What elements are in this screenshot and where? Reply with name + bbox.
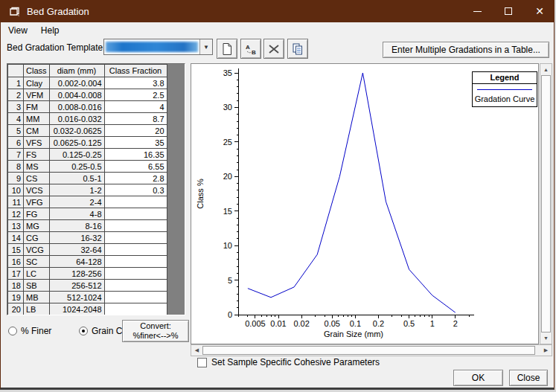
diam-cell[interactable]: 0.016-0.032 — [49, 113, 104, 125]
class-cell[interactable]: CS — [24, 173, 50, 184]
diam-cell[interactable]: 0.0625-0.125 — [49, 137, 104, 149]
class-cell[interactable]: LB — [24, 303, 50, 315]
maximize-button[interactable] — [493, 0, 524, 22]
scroll-left-button[interactable]: ◀ — [191, 345, 202, 356]
fraction-cell[interactable]: 2.8 — [104, 173, 167, 184]
close-button[interactable]: Close — [509, 370, 548, 386]
class-cell[interactable]: VCG — [24, 244, 50, 256]
chart-vertical-scrollbar[interactable]: ▲ ▼ — [540, 63, 552, 344]
class-cell[interactable]: FG — [24, 208, 50, 220]
new-template-button[interactable] — [217, 39, 237, 59]
class-cell[interactable]: VFM — [24, 89, 50, 101]
diam-cell[interactable]: 256-512 — [49, 280, 104, 292]
fraction-cell[interactable]: 20 — [104, 125, 167, 137]
gradation-mode-group: % Finer Grain Class % Convert: %finer<--… — [7, 320, 189, 342]
class-cell[interactable]: Clay — [24, 77, 50, 89]
table-row: 1Clay0.002-0.0043.8 — [8, 77, 167, 89]
fraction-cell[interactable]: 0.3 — [104, 184, 167, 196]
fraction-cell[interactable] — [104, 220, 167, 232]
class-cell[interactable]: VFS — [24, 137, 50, 149]
menu-view[interactable]: View — [2, 23, 33, 38]
dropdown-arrow-button[interactable]: ▼ — [199, 39, 212, 54]
cohesive-parameters-label: Set Sample Specific Cohesive Parameters — [211, 357, 380, 367]
diam-cell[interactable]: 32-64 — [49, 244, 104, 256]
diam-cell[interactable]: 0.25-0.5 — [49, 161, 104, 173]
fraction-cell[interactable] — [104, 256, 167, 268]
rename-template-button[interactable]: A B — [240, 39, 261, 59]
fraction-cell[interactable] — [104, 268, 167, 280]
diam-cell[interactable]: 16-32 — [49, 232, 104, 244]
class-cell[interactable]: LC — [24, 268, 50, 280]
chart-horizontal-scrollbar[interactable]: ◀ ▶ — [191, 344, 552, 356]
diam-cell[interactable]: 0.004-0.008 — [49, 89, 104, 101]
vertical-scroll-thumb[interactable] — [541, 75, 551, 332]
diam-cell[interactable]: 512-1024 — [49, 292, 104, 303]
fraction-cell[interactable] — [104, 292, 167, 303]
cohesive-parameters-checkbox[interactable] — [197, 358, 207, 367]
menu-help[interactable]: Help — [35, 23, 65, 38]
legend-entry: Gradation Curve — [473, 94, 537, 106]
diam-cell[interactable]: 8-16 — [49, 220, 104, 232]
class-cell[interactable]: VCS — [24, 184, 50, 196]
fraction-cell[interactable] — [104, 280, 167, 292]
convert-button[interactable]: Convert: %finer<-->% — [122, 320, 189, 342]
class-cell[interactable]: SB — [24, 280, 50, 292]
diam-cell[interactable]: 0.008-0.016 — [49, 101, 104, 113]
radio-circle-grain-class[interactable] — [79, 327, 88, 335]
fraction-cell[interactable]: 6.55 — [104, 161, 167, 173]
radio-percent-finer[interactable]: % Finer — [8, 326, 51, 336]
table-row: 16SC64-128 — [8, 256, 167, 268]
bed-gradation-dialog: Bed Gradation ✕ View Help Bed Gradation … — [0, 0, 555, 390]
class-cell[interactable]: MG — [24, 220, 50, 232]
row-number-cell: 18 — [8, 280, 24, 292]
fraction-cell[interactable] — [104, 208, 167, 220]
class-cell[interactable]: SC — [24, 256, 50, 268]
ok-button[interactable]: OK — [453, 370, 503, 386]
svg-text:0.1: 0.1 — [350, 319, 361, 328]
fraction-cell[interactable]: 2.5 — [104, 89, 167, 101]
copy-template-button[interactable] — [287, 39, 308, 59]
enter-multiple-gradations-button[interactable]: Enter Multiple Gradations in a Table... — [383, 42, 549, 58]
class-cell[interactable]: CG — [24, 232, 50, 244]
diam-cell[interactable]: 0.5-1 — [49, 173, 104, 184]
scroll-right-button[interactable]: ▶ — [540, 345, 552, 356]
class-cell[interactable]: MB — [24, 292, 50, 303]
window-title: Bed Gradation — [27, 6, 461, 17]
diam-cell[interactable]: 0.125-0.25 — [49, 149, 104, 161]
diam-cell[interactable]: 0.002-0.004 — [49, 77, 104, 89]
diam-cell[interactable]: 2-4 — [49, 196, 104, 208]
scroll-down-button[interactable]: ▼ — [540, 332, 552, 344]
fraction-cell[interactable]: 16.35 — [104, 149, 167, 161]
close-window-button[interactable]: ✕ — [524, 0, 555, 22]
fraction-cell[interactable] — [104, 196, 167, 208]
class-cell[interactable]: FM — [24, 101, 50, 113]
fraction-cell[interactable]: 8.7 — [104, 113, 167, 125]
radio-label-finer: % Finer — [21, 326, 51, 336]
delete-template-button[interactable] — [263, 39, 284, 59]
triangle-down-icon: ▼ — [543, 335, 549, 341]
fraction-cell[interactable] — [104, 232, 167, 244]
diam-cell[interactable]: 1-2 — [49, 184, 104, 196]
diam-cell[interactable]: 64-128 — [49, 256, 104, 268]
fraction-cell[interactable] — [104, 303, 167, 315]
svg-text:0.02: 0.02 — [293, 319, 309, 328]
class-cell[interactable]: FS — [24, 149, 50, 161]
scroll-up-button[interactable]: ▲ — [540, 64, 552, 75]
fraction-cell[interactable] — [104, 244, 167, 256]
diam-cell[interactable]: 128-256 — [49, 268, 104, 280]
horizontal-scroll-thumb[interactable] — [202, 346, 535, 355]
class-cell[interactable]: CM — [24, 125, 50, 137]
fraction-cell[interactable]: 35 — [104, 137, 167, 149]
template-dropdown[interactable]: ▼ — [103, 39, 213, 55]
fraction-cell[interactable]: 4 — [104, 101, 167, 113]
diam-cell[interactable]: 0.032-0.0625 — [49, 125, 104, 137]
minimize-button[interactable] — [461, 0, 493, 22]
diam-cell[interactable]: 4-8 — [49, 208, 104, 220]
class-cell[interactable]: VFG — [24, 196, 50, 208]
radio-circle-finer[interactable] — [8, 327, 17, 335]
table-row: 9CS0.5-12.8 — [8, 173, 167, 184]
diam-cell[interactable]: 1024-2048 — [49, 303, 104, 315]
class-cell[interactable]: MM — [24, 113, 50, 125]
fraction-cell[interactable]: 3.8 — [104, 77, 167, 89]
class-cell[interactable]: MS — [24, 161, 50, 173]
